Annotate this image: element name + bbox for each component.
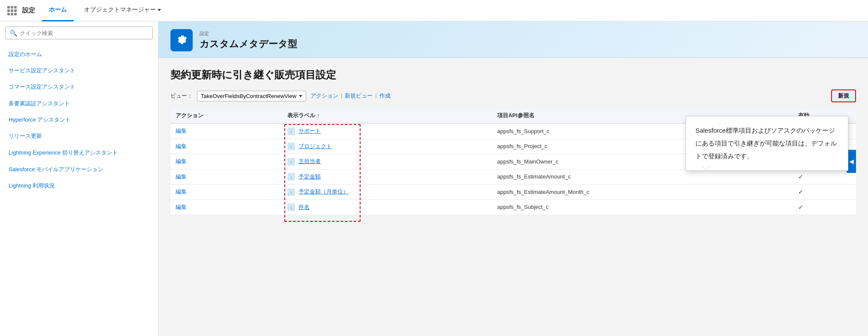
chevron-down-view-icon (299, 95, 302, 97)
api-name-5: appsfs_fs_Subject_c (492, 199, 793, 214)
gear-icon (175, 34, 188, 47)
sort-down-icon-2: ↓ (287, 158, 295, 166)
col-label[interactable]: 表示ラベル ↑ (282, 108, 492, 123)
sidebar-search-box[interactable]: 🔍 (5, 27, 153, 39)
search-input[interactable] (20, 30, 148, 36)
sort-down-icon-4: ↓ (287, 188, 295, 196)
sidebar-item-home[interactable]: 設定のホーム (0, 46, 158, 62)
new-button[interactable]: 新規 (831, 89, 856, 102)
chevron-down-icon (158, 9, 161, 11)
page-header: 設定 カスタムメタデータ型 (158, 21, 868, 58)
app-launcher-icon[interactable] (5, 4, 19, 18)
tab-home[interactable]: ホーム (42, 0, 74, 21)
new-button-wrapper: 新規 (831, 89, 856, 102)
field-label-4[interactable]: 予定金額（月単位） (298, 188, 349, 195)
check-5: ✓ (798, 204, 803, 211)
create-link[interactable]: 作成 (379, 92, 391, 100)
table-row: 編集 ↓ 予定金額（月単位） appsfs_fs_EstimateAmount_… (170, 184, 856, 200)
tab-object-manager[interactable]: オブジェクトマネージャー (77, 0, 168, 21)
sort-down-icon-5: ↓ (287, 203, 295, 211)
sidebar-item-mobile-app[interactable]: Salesforce モバイルアプリケーション (0, 161, 158, 178)
table-container: アクション 表示ラベル ↑ 項目API参照名 有効 編集 (170, 108, 856, 214)
check-4: ✓ (798, 188, 803, 195)
tooltip-text: Salesforce標準項目およびソアスクのパッケージにある項目で引き継ぎが可能… (695, 127, 837, 160)
field-label-2[interactable]: 主担当者 (298, 158, 321, 164)
view-actions: アクション | 新規ビュー | 作成 (310, 92, 391, 100)
page-header-title: カスタムメタデータ型 (200, 38, 297, 51)
field-label-3[interactable]: 予定金額 (298, 173, 321, 180)
edit-view-link[interactable]: アクション (310, 92, 338, 100)
content-area: 設定 カスタムメタデータ型 契約更新時に引き継ぐ販売項目設定 ビュー： Take… (158, 21, 868, 336)
edit-link-0[interactable]: 編集 (176, 128, 187, 134)
check-3: ✓ (798, 173, 803, 180)
page-body: 契約更新時に引き継ぐ販売項目設定 ビュー： TakeOverFieldsByCo… (158, 58, 868, 225)
top-nav: 設定 ホーム オブジェクトマネージャー (0, 0, 868, 21)
edit-link-5[interactable]: 編集 (176, 204, 187, 210)
main-layout: 🔍 設定のホーム サービス設定アシスタント コマース設定アシスタント 多要素認証… (0, 21, 868, 336)
scroll-handle-icon: ◀ (849, 158, 854, 165)
sidebar-item-hyperforce[interactable]: Hyperforce アシスタント (0, 112, 158, 128)
view-select-dropdown[interactable]: TakeOverFieldsByContractRenewView (197, 91, 306, 101)
sidebar-item-lightning-switch[interactable]: Lightning Experience 切り替えアシスタント (0, 144, 158, 161)
table-row: 編集 ↓ 予定金額 appsfs_fs_EstimateAmount_c ✓ (170, 169, 856, 184)
view-label: ビュー： (170, 92, 193, 100)
grid-dots-icon (7, 6, 17, 15)
api-name-3: appsfs_fs_EstimateAmount_c (492, 169, 793, 184)
sort-down-icon-1: ↓ (287, 143, 295, 150)
sort-down-icon-3: ↓ (287, 173, 295, 181)
edit-link-2[interactable]: 編集 (176, 158, 187, 164)
edit-link-4[interactable]: 編集 (176, 188, 187, 195)
new-view-link[interactable]: 新規ビュー (345, 92, 373, 100)
field-label-0[interactable]: サポート (298, 128, 321, 134)
edit-link-3[interactable]: 編集 (176, 173, 187, 180)
table-row: 編集 ↓ 件名 appsfs_fs_Subject_c ✓ (170, 199, 856, 214)
sidebar-item-mfa[interactable]: 多要素認証アシスタント (0, 95, 158, 112)
page-header-subtitle: 設定 (200, 30, 297, 37)
gear-icon-box (170, 29, 193, 51)
app-title: 設定 (22, 6, 35, 15)
page-header-text: 設定 カスタムメタデータ型 (200, 30, 297, 51)
sidebar-item-release-update[interactable]: リリース更新 (0, 128, 158, 144)
record-title: 契約更新時に引き継ぐ販売項目設定 (170, 68, 856, 82)
field-label-5[interactable]: 件名 (298, 204, 310, 210)
edit-link-1[interactable]: 編集 (176, 143, 187, 149)
col-action: アクション (170, 108, 282, 123)
view-select-value: TakeOverFieldsByContractRenewView (201, 93, 296, 99)
tooltip-bubble: Salesforce標準項目およびソアスクのパッケージにある項目で引き継ぎが可能… (686, 116, 848, 171)
api-name-4: appsfs_fs_EstimateAmount_Month_c (492, 184, 793, 200)
sidebar-item-service-setup[interactable]: サービス設定アシスタント (0, 62, 158, 79)
view-bar: ビュー： TakeOverFieldsByContractRenewView ア… (170, 89, 856, 102)
sidebar-item-lightning-usage[interactable]: Lightning 利用状況 (0, 178, 158, 194)
sidebar: 🔍 設定のホーム サービス設定アシスタント コマース設定アシスタント 多要素認証… (0, 21, 158, 336)
search-icon: 🔍 (10, 30, 17, 36)
sort-down-icon-0: ↓ (287, 128, 295, 135)
sidebar-item-commerce-setup[interactable]: コマース設定アシスタント (0, 79, 158, 95)
field-label-1[interactable]: プロジェクト (298, 143, 332, 149)
